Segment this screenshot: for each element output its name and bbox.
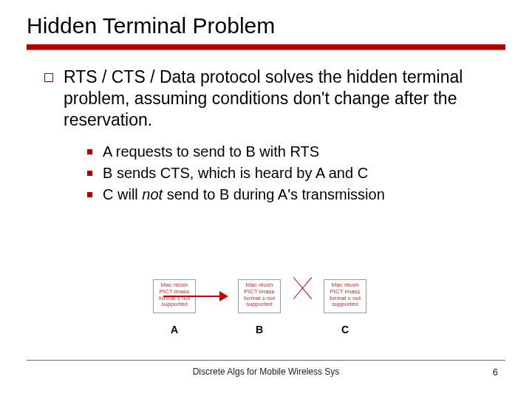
list-item: A requests to send to B with RTS (87, 142, 488, 162)
title-underline (27, 44, 505, 50)
node-b-placeholder: Mac ntosh PICT imass format s not suppor… (238, 279, 281, 313)
diagram: Mac ntosh PICT imass format s not suppor… (0, 279, 532, 346)
list-item: C will not send to B during A's transmis… (87, 185, 488, 205)
node-label-a: A (171, 324, 178, 335)
bullet-level1-text: RTS / CTS / Data protocol solves the hid… (64, 66, 488, 130)
bullet-marker-fill (87, 171, 92, 176)
arrow-icon (163, 291, 228, 301)
bullet-level2-text: B sends CTS, which is heard by A and C (103, 163, 368, 183)
content-area: RTS / CTS / Data protocol solves the hid… (0, 50, 532, 205)
footer-line (27, 360, 505, 361)
node-c-placeholder: Mac ntosh PICT imass format s not suppor… (324, 279, 366, 313)
footer-text: Discrete Algs for Mobile Wireless Sys (0, 366, 532, 377)
bullet-marker-fill (87, 149, 92, 154)
bullet-level1: RTS / CTS / Data protocol solves the hid… (44, 66, 488, 130)
bullet-level2-text: A requests to send to B with RTS (103, 142, 319, 162)
cross-icon (288, 276, 318, 300)
bullet-marker-outline (44, 73, 53, 82)
bullet-level2-list: A requests to send to B with RTS B sends… (44, 140, 488, 205)
page-number: 6 (493, 366, 498, 378)
node-label-b: B (256, 324, 263, 335)
bullet-level2-text: C will not send to B during A's transmis… (103, 185, 385, 205)
bullet-marker-fill (87, 192, 92, 197)
slide-title: Hidden Terminal Problem (0, 0, 532, 41)
list-item: B sends CTS, which is heard by A and C (87, 163, 488, 183)
node-label-c: C (341, 324, 349, 335)
